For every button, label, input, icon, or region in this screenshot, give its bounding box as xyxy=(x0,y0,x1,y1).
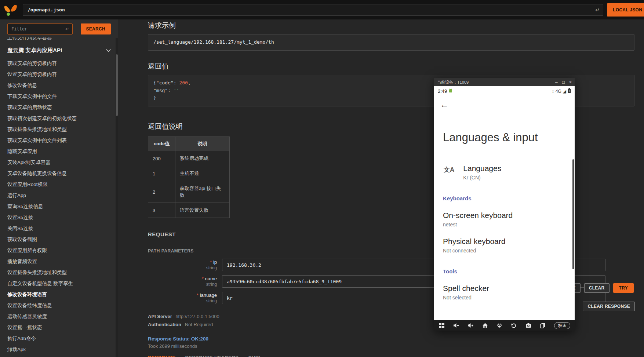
sidebar-scrollbar[interactable] xyxy=(116,38,118,357)
camera-icon[interactable] xyxy=(525,323,531,329)
apps-grid-icon[interactable] xyxy=(439,323,445,329)
request-example-code: /set_language/192.168.181.27/myt_1_demo/… xyxy=(148,34,634,51)
sidebar-item[interactable]: 隐藏安卓应用 xyxy=(0,146,118,157)
setting-title: Physical keyboard xyxy=(443,237,575,246)
param-label: * ipstring xyxy=(148,259,222,271)
android-icon xyxy=(448,88,453,95)
table-row: 1主机不通 xyxy=(148,166,230,181)
status-time: 2:49 xyxy=(438,88,447,94)
sidebar-item[interactable]: 安装Apk到安卓容器 xyxy=(0,157,118,168)
setting-subtitle: netest xyxy=(443,222,575,227)
sidebar-item[interactable]: 修改设备信息 xyxy=(0,80,118,91)
settings-page-title: Languages & input xyxy=(443,131,575,144)
sidebar-item[interactable]: 获取摄像头推流地址和类型 xyxy=(0,124,118,135)
sidebar-item[interactable]: 获取安卓实例中的文件列表 xyxy=(0,135,118,146)
setting-item[interactable]: On-screen keyboardnetest xyxy=(443,211,575,227)
sidebar-section-header[interactable]: 魔云腾 安卓内应用API xyxy=(0,42,118,58)
required-asterisk: * xyxy=(197,292,199,298)
return-value-title: 返回值 xyxy=(148,62,644,71)
spec-url-input[interactable] xyxy=(23,4,603,16)
enter-icon: ↵ xyxy=(65,26,69,32)
sidebar-item[interactable]: 运行App xyxy=(0,190,118,201)
enter-icon: ↵ xyxy=(595,7,600,13)
sidebar-item[interactable]: 获取安卓的剪切板内容 xyxy=(0,58,118,69)
tab-response[interactable]: RESPONSE xyxy=(148,355,175,357)
screenshot-clone-icon[interactable] xyxy=(540,323,546,329)
sidebar-item[interactable]: 获取初次创建安卓的初始化状态 xyxy=(0,113,118,124)
device-window-titlebar[interactable]: 当前设备：T1009 – □ × xyxy=(434,78,575,86)
minimize-button[interactable]: – xyxy=(555,80,558,84)
languages-item[interactable]: 文A Languages Kr (CN) xyxy=(444,164,575,181)
home-icon[interactable] xyxy=(482,323,488,329)
network-arrows-icon: ↕ xyxy=(552,89,554,94)
setting-subtitle: Not selected xyxy=(443,295,575,300)
param-label: * lanuagestring xyxy=(148,292,222,304)
clear-button[interactable]: CLEAR xyxy=(584,283,610,293)
back-arrow-icon[interactable]: ← xyxy=(440,100,450,110)
sidebar-item-partial[interactable]: 上传文件到安卓容器 xyxy=(0,37,118,42)
sidebar-item[interactable]: 查询S5连接信息 xyxy=(0,201,118,212)
table-header-cell: 说明 xyxy=(175,137,230,151)
authentication-label: Authentication xyxy=(148,322,181,327)
sidebar-item[interactable]: 自定义设备机型信息 数字孪生 xyxy=(0,278,118,289)
table-row: 3语言设置失败 xyxy=(148,203,230,218)
volume-down-icon[interactable] xyxy=(453,323,459,329)
scrollbar-thumb[interactable] xyxy=(116,54,118,116)
sidebar-item[interactable]: 设置S5连接 xyxy=(0,212,118,223)
maximize-button[interactable]: □ xyxy=(562,80,565,84)
param-label: * namestring xyxy=(148,275,222,288)
sidebar-item[interactable]: 运动传感器灵敏度 xyxy=(0,311,118,322)
sidebar-item[interactable]: 安卓设备随机更换设备信息 xyxy=(0,168,118,179)
device-window-title: 当前设备：T1009 xyxy=(437,80,469,85)
device-statusbar: 2:49 ↕ 4G ◢ xyxy=(434,86,575,96)
device-scrollbar[interactable] xyxy=(572,159,574,269)
section-header: Tools xyxy=(443,268,575,274)
sidebar-item[interactable]: 设置摇一摇状态 xyxy=(0,322,118,333)
try-button[interactable]: TRY xyxy=(613,283,634,293)
table-cell: 2 xyxy=(148,181,175,203)
sidebar-item[interactable]: 获取设备截图 xyxy=(0,234,118,245)
search-button[interactable]: SEARCH xyxy=(81,23,111,34)
table-cell: 语言设置失败 xyxy=(175,203,230,218)
sidebar-item[interactable]: 设置应用所有权限 xyxy=(0,245,118,256)
window-controls: – □ × xyxy=(555,80,572,84)
volume-up-icon[interactable] xyxy=(467,323,474,329)
setting-title: On-screen keyboard xyxy=(443,211,575,220)
response-took: Took 2699 milliseconds xyxy=(148,343,644,349)
sidebar-item[interactable]: 获取安卓的启动状态 xyxy=(0,102,118,113)
sidebar-item[interactable]: 卸载Apk xyxy=(0,344,118,355)
setting-item[interactable]: Physical keyboardNot connected xyxy=(443,237,575,254)
sidebar-item[interactable]: 执行Adb命令 xyxy=(0,333,118,344)
filter-input-wrap: ↵ xyxy=(7,23,73,34)
return-table-body: 200系统启动完成1主机不通2获取容器api 接口失败3语言设置失败 xyxy=(148,151,230,218)
sidebar-item[interactable]: 设置摄像头推流地址和类型 xyxy=(0,267,118,278)
sidebar-item[interactable]: 设置安卓的剪切板内容 xyxy=(0,69,118,80)
table-header-cell: code值 xyxy=(148,137,175,151)
languages-title: Languages xyxy=(463,164,501,173)
device-window: 当前设备：T1009 – □ × 2:49 ↕ 4G ◢ xyxy=(434,78,575,331)
signal-icon: ◢ xyxy=(563,89,566,94)
sidebar-item[interactable]: 设置设备经纬度信息 xyxy=(0,300,118,311)
table-cell: 1 xyxy=(148,166,175,181)
languages-subtitle: Kr (CN) xyxy=(463,175,501,181)
close-button[interactable]: × xyxy=(569,80,572,84)
setting-title: Spell checker xyxy=(443,284,575,293)
local-json-file-button[interactable]: LOCAL JSON FILE xyxy=(607,3,644,17)
response-status: Response Status: OK:200 xyxy=(148,336,644,342)
paw-icon[interactable] xyxy=(496,323,503,329)
sidebar-item[interactable]: 设置应用Root权限 xyxy=(0,179,118,190)
api-server-value: http://127.0.0.1:5000 xyxy=(175,314,219,319)
sidebar-item[interactable]: 修改设备环境语言 xyxy=(0,289,118,300)
sidebar-item[interactable]: 下载安卓实例中的文件 xyxy=(0,91,118,102)
clear-response-button[interactable]: CLEAR RESPONSE xyxy=(583,302,635,311)
network-type-label: 4G xyxy=(556,89,561,94)
undo-arrow-icon[interactable] xyxy=(511,323,517,329)
setting-item[interactable]: Spell checkerNot selected xyxy=(443,284,575,300)
sidebar-item[interactable]: 关闭S5连接 xyxy=(0,223,118,234)
tab-response-headers[interactable]: RESPONSE HEADERS xyxy=(185,355,239,357)
tab-curl[interactable]: CURL xyxy=(248,355,262,357)
sidebar-item[interactable]: 播放音频设置 xyxy=(0,256,118,267)
sidebar: ↵ SEARCH 上传文件到安卓容器 魔云腾 安卓内应用API 获取安卓的剪切板… xyxy=(0,19,118,357)
speed-mode-button[interactable]: 极速 xyxy=(554,322,570,329)
filter-input[interactable] xyxy=(7,23,73,34)
